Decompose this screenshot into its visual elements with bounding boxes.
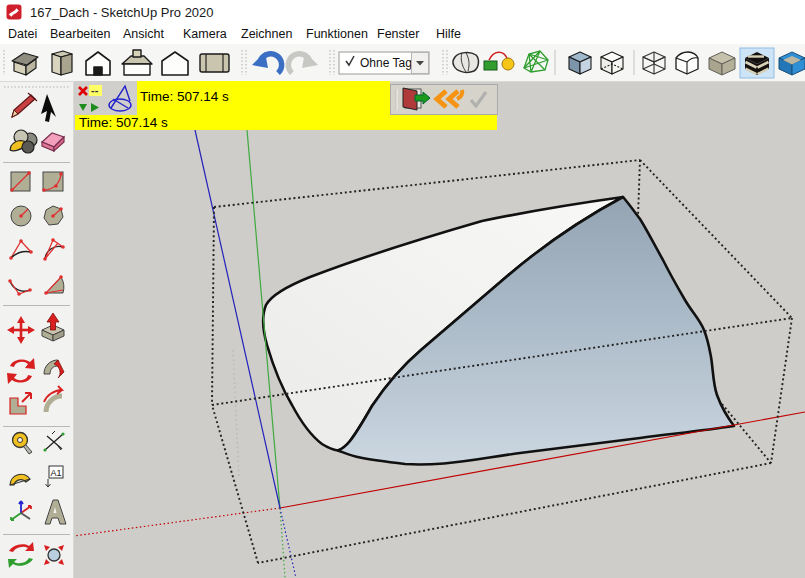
svg-text:A1: A1 bbox=[51, 468, 62, 478]
svg-text:Ohne Tag: Ohne Tag bbox=[360, 56, 412, 70]
svg-text:--: -- bbox=[91, 84, 99, 96]
